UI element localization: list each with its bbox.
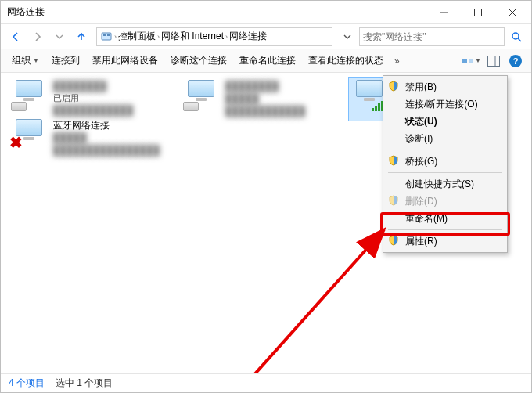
ctx-shortcut[interactable]: 创建快捷方式(S) [385, 175, 505, 193]
breadcrumb-part[interactable]: 网络连接 [229, 30, 267, 43]
shield-icon [388, 195, 401, 207]
separator [388, 150, 502, 150]
titlebar: 网络连接 [1, 1, 531, 24]
search-icon[interactable] [506, 27, 527, 47]
toolbar-diagnose[interactable]: 诊断这个连接 [166, 52, 232, 69]
label: 禁用此网络设备 [92, 54, 158, 67]
label: 属性(R) [405, 235, 437, 248]
svg-line-11 [251, 229, 384, 373]
toolbar-connect[interactable]: 连接到 [47, 52, 84, 69]
ethernet-icon [183, 80, 219, 111]
ctx-disable[interactable]: 禁用(B) [385, 78, 505, 96]
svg-line-8 [518, 38, 521, 41]
statusbar: 4 个项目 选中 1 个项目 [1, 373, 531, 392]
breadcrumb-part[interactable]: 网络和 Internet [161, 30, 224, 43]
shield-icon [388, 81, 401, 93]
svg-rect-6 [107, 34, 110, 36]
ctx-connect[interactable]: 连接/断开连接(O) [385, 96, 505, 113]
label: 删除(D) [405, 195, 437, 208]
label: 创建快捷方式(S) [405, 178, 474, 191]
label: 重命名此连接 [239, 54, 296, 67]
label: 连接/断开连接(O) [405, 98, 478, 111]
connection-item[interactable]: ✖ 蓝牙网络连接 █████ ████████████████ [9, 117, 173, 160]
maximize-button[interactable] [461, 2, 495, 23]
label: 桥接(G) [405, 155, 437, 168]
label: 状态(U) [405, 115, 437, 128]
label: 重命名(M) [405, 212, 448, 225]
toolbar: 组织▼ 连接到 禁用此网络设备 诊断这个连接 重命名此连接 查看此连接的状态 »… [1, 49, 531, 73]
svg-rect-4 [102, 33, 111, 40]
context-menu: 禁用(B) 连接/断开连接(O) 状态(U) 诊断(I) 桥接(G) 创建快捷方… [383, 75, 508, 253]
toolbar-disable-device[interactable]: 禁用此网络设备 [88, 52, 163, 69]
ctx-properties[interactable]: 属性(R) [385, 233, 505, 250]
ctx-status[interactable]: 状态(U) [385, 113, 505, 130]
shield-icon [388, 235, 401, 247]
up-button[interactable] [71, 27, 92, 47]
svg-rect-1 [475, 9, 482, 16]
connection-status: █████ [225, 92, 305, 105]
label: 查看此连接的状态 [308, 54, 383, 67]
recent-dropdown[interactable] [49, 27, 70, 47]
help-icon[interactable]: ? [506, 52, 525, 70]
view-options-icon[interactable]: ▼ [462, 52, 481, 70]
connection-status: 已启用 [53, 92, 133, 104]
chevron-right-icon: › [225, 33, 228, 41]
status-count: 4 个项目 [9, 377, 45, 390]
ctx-diagnose[interactable]: 诊断(I) [385, 130, 505, 147]
ethernet-icon [11, 80, 47, 111]
forward-button[interactable] [27, 27, 48, 47]
control-panel-icon [100, 31, 113, 43]
label: 诊断(I) [405, 132, 433, 146]
separator [388, 172, 502, 173]
ctx-rename[interactable]: 重命名(M) [385, 210, 505, 227]
chevron-down-icon: ▼ [33, 57, 39, 64]
svg-point-7 [512, 33, 519, 39]
breadcrumb-part[interactable]: 控制面板 [118, 30, 156, 43]
search-field[interactable] [363, 31, 501, 42]
label: 组织 [12, 54, 31, 67]
separator [388, 229, 502, 230]
connection-adapter: ████████████████ [53, 144, 160, 157]
breadcrumb-dropdown[interactable] [337, 27, 358, 47]
connection-name: ████████ [53, 80, 133, 92]
status-selected: 选中 1 个项目 [56, 377, 113, 390]
chevron-right-icon: › [157, 33, 160, 41]
toolbar-view-status[interactable]: 查看此连接的状态 [304, 52, 388, 69]
minimize-button[interactable] [426, 2, 461, 23]
connection-adapter: ████████████ [53, 104, 133, 117]
back-button[interactable] [5, 27, 26, 47]
chevron-right-icon: › [114, 33, 117, 41]
label: 禁用(B) [405, 81, 437, 94]
ctx-delete: 删除(D) [385, 193, 505, 210]
connection-name: 蓝牙网络连接 [53, 119, 160, 132]
svg-rect-5 [103, 34, 106, 36]
preview-pane-icon[interactable] [484, 52, 503, 70]
label: 诊断这个连接 [171, 54, 227, 67]
connection-adapter: ████████████ [225, 105, 305, 117]
connection-item[interactable]: ████████ █████ ████████████ [181, 78, 345, 121]
connection-name: ████████ [225, 80, 305, 92]
toolbar-overflow[interactable]: » [391, 54, 403, 68]
svg-rect-9 [488, 56, 500, 66]
connection-item[interactable]: ████████ 已启用 ████████████ [9, 78, 173, 119]
bluetooth-icon: ✖ [11, 119, 47, 150]
breadcrumb[interactable]: › 控制面板 › 网络和 Internet › 网络连接 [96, 27, 332, 46]
shield-icon [388, 155, 401, 168]
search-input[interactable] [359, 27, 505, 46]
toolbar-rename[interactable]: 重命名此连接 [235, 52, 300, 69]
navbar: › 控制面板 › 网络和 Internet › 网络连接 [1, 24, 531, 49]
close-button[interactable] [495, 2, 530, 23]
label: 连接到 [52, 54, 80, 67]
toolbar-organize[interactable]: 组织▼ [7, 52, 44, 69]
window-title: 网络连接 [7, 5, 45, 19]
connection-status: █████ [53, 132, 160, 144]
ctx-bridge[interactable]: 桥接(G) [385, 153, 505, 170]
